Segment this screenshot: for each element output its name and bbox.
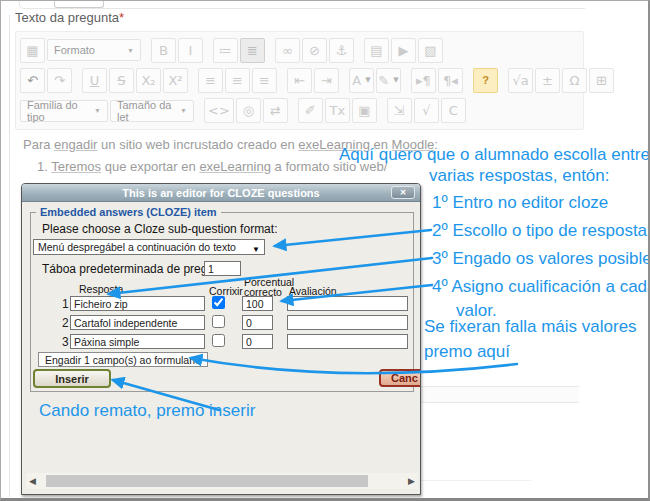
font-family-select[interactable]: Familia do tipo ▼ [20,100,108,122]
resposta-input[interactable] [70,334,205,349]
background-color-button[interactable]: ✎ ▼ [376,68,401,93]
editor-toolbar: ▦ Formato ▼ B I ≔ ≣ ∞ ⊘ ⚓ ▤ ▶ ▧ ↶ ↷ U S [15,31,584,130]
align-right-button[interactable]: ≡ [252,68,277,93]
text-color-button[interactable]: A ▼ [349,68,374,93]
cite-icon[interactable]: C [441,98,466,123]
avaliacion-input[interactable] [287,315,408,330]
link-icon[interactable]: ∞ [275,38,300,63]
unlink-icon[interactable]: ⊘ [302,38,327,63]
equation-editor-icon[interactable]: √a [508,68,533,93]
subquestion-format-select[interactable]: Menú despregábel a continuación do texto… [33,239,265,255]
form-left-border [9,15,10,497]
numbered-list-button[interactable]: ≣ [240,38,265,63]
bullet-list-button[interactable]: ≔ [213,38,238,63]
html-source-icon[interactable]: <> [204,98,234,123]
toolbar-row-2: ↶ ↷ U S X₂ X² ≡ ≡ ≡ ⇤ ⇥ A ▼ ✎ ▼ ▸¶ [20,66,579,94]
cloze-editor-button[interactable]: ? [473,68,498,93]
ltr-paragraph-icon[interactable]: ▸¶ [411,68,436,93]
special-character-icon[interactable]: Ω [562,68,587,93]
annotation-intro-line1: Aquí quero que o alumnado escolla entre [339,145,650,165]
porcentual-input[interactable] [242,315,273,330]
column-header-resposta: Resposta [79,283,123,295]
anchor-icon[interactable]: ⚓ [329,38,354,63]
chevron-down-icon: ▼ [365,76,370,84]
annotation-step-2: 2º Escollo o tipo de resposta [432,221,647,241]
align-left-button[interactable]: ≡ [198,68,223,93]
text-segment: que exportar en [101,159,199,174]
cleanup-code-icon[interactable]: ✐ [298,98,323,123]
annotation-step-1: 1º Entro no editor cloze [432,193,608,213]
insert-table-icon[interactable]: ⊞ [589,68,614,93]
background-divider [421,480,531,481]
indent-button[interactable]: ⇥ [314,68,339,93]
scroll-right-icon[interactable]: ▶ [408,476,415,486]
align-center-button[interactable]: ≡ [225,68,250,93]
annotation-step-3: 3º Engado os valores posibles [432,249,650,269]
rtl-paragraph-icon[interactable]: ¶◂ [438,68,463,93]
text-segment: engadir [54,137,97,152]
cancel-button[interactable]: Canc [379,369,421,387]
insert-image-icon[interactable]: ▤ [364,38,389,63]
corrixir-checkbox[interactable] [212,296,225,309]
fullscreen-icon[interactable]: ⇲ [387,98,412,123]
font-size-select[interactable]: Tamaño da let ▼ [110,100,194,122]
insert-button[interactable]: Inserir [33,369,111,388]
resposta-input[interactable] [70,296,205,311]
default-mark-input[interactable] [204,261,241,276]
redo-icon[interactable]: ↷ [47,68,72,93]
insert-media-icon[interactable]: ▶ [391,38,416,63]
text-color-icon: A [352,73,361,88]
toolbar-toggle-icon[interactable]: ▦ [20,38,45,63]
scrollbar-thumb[interactable] [46,475,368,487]
annotation-step-4: 4º Asigno cualificación a cada [432,277,650,297]
insert-character-icon[interactable]: ± [535,68,560,93]
row-number: 2 [62,316,69,330]
add-fields-button[interactable]: Engadir 1 campo(s) ao formulario [38,352,208,367]
italic-button[interactable]: I [178,38,203,63]
subscript-button[interactable]: X₂ [136,68,161,93]
strikethrough-button[interactable]: S [109,68,134,93]
avaliacion-input[interactable] [287,296,408,311]
required-mark: * [119,10,124,25]
bold-button[interactable]: B [151,38,176,63]
annotation-more-values-line2: premo aquí [424,342,510,362]
manage-files-icon[interactable]: ▧ [418,38,443,63]
resposta-input[interactable] [70,315,205,330]
chevron-down-icon: ▼ [94,107,101,114]
default-mark-label: Táboa predeterminada de pregunta [42,262,231,276]
chevron-down-icon: ▼ [180,107,187,114]
dialog-title: This is an editor for CLOZE questions [122,187,319,199]
row-number: 1 [62,297,69,311]
paste-icon[interactable]: ▣ [352,98,377,123]
undo-icon[interactable]: ↶ [20,68,45,93]
scroll-left-icon[interactable]: ◀ [29,476,36,486]
text-segment: Para [23,137,54,152]
chevron-down-icon: ▼ [127,47,134,54]
corrixir-checkbox[interactable] [212,315,225,328]
avaliacion-input[interactable] [287,334,408,349]
underline-button[interactable]: U [82,68,107,93]
dragmath-icon[interactable]: √ [414,98,439,123]
annotation-done: Cando remato, premo inserir [39,401,255,421]
superscript-button[interactable]: X² [163,68,188,93]
format-select[interactable]: Formato ▼ [47,39,141,61]
find-icon[interactable]: ◎ [236,98,261,123]
clear-formatting-icon[interactable]: Tx [325,98,350,123]
fieldset-legend: Embedded answers (CLOZE) item [36,206,221,218]
close-button[interactable]: ✕ [391,186,415,199]
font-family-select-label: Familia do tipo [27,99,88,123]
horizontal-scrollbar[interactable]: ◀ ▶ [26,473,418,489]
format-select-label: Formato [54,44,95,56]
find-replace-icon[interactable]: ⇄ [263,98,288,123]
porcentual-input[interactable] [242,296,273,311]
outdent-button[interactable]: ⇤ [287,68,312,93]
corrixir-checkbox[interactable] [212,334,225,347]
toolbar-row-1: ▦ Formato ▼ B I ≔ ≣ ∞ ⊘ ⚓ ▤ ▶ ▧ [20,36,579,64]
question-text-label-text: Texto da pregunta [15,10,119,25]
text-segment: Teremos [51,159,101,174]
porcentual-input[interactable] [242,334,273,349]
dialog-titlebar[interactable]: This is an editor for CLOZE questions ✕ [22,184,420,202]
select-arrow-icon: ▼ [252,243,260,257]
text-segment: un sitio web incrustado creado en [97,137,298,152]
text-segment: 1. [37,159,51,174]
